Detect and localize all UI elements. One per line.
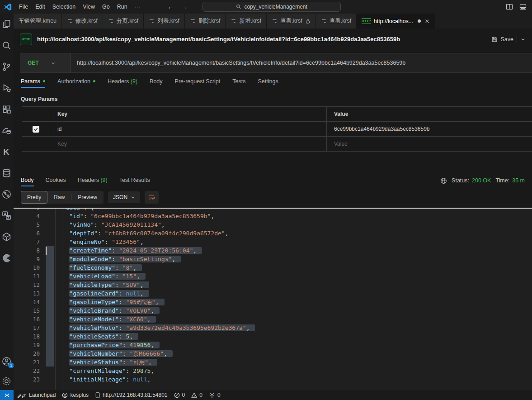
editor-tab-1[interactable]: 车辆管理.kmeu (14, 14, 62, 29)
split-editor-icon[interactable] (506, 3, 513, 10)
code-line-3[interactable]: 3 "data": { (14, 209, 532, 212)
source-control-icon[interactable] (2, 62, 12, 72)
tab-label: 查看.krsf (280, 17, 302, 25)
statusbar-ports-item[interactable]: 0 (206, 390, 224, 400)
format-dropdown[interactable]: JSON (108, 191, 140, 203)
code-line-17[interactable]: 17 "vehiclePhoto": "a9d33e72ed4c40a3b369… (14, 324, 532, 332)
account-icon[interactable]: 1 (2, 357, 12, 367)
response-tab-body[interactable]: Body (21, 172, 34, 189)
editor-tab-6[interactable]: 新增.krsf (226, 14, 267, 29)
kesplus-icon[interactable]: K (2, 147, 12, 157)
raw-button[interactable]: Raw (47, 191, 71, 204)
save-button[interactable]: Save (501, 36, 514, 43)
param-key-input[interactable]: id (57, 126, 61, 132)
code-line-20[interactable]: 20 "vehicleNumber": "京M66666", (14, 349, 532, 358)
editor-tab-9[interactable]: HTTPhttp://localhos... (357, 14, 435, 29)
editor-tab-2[interactable]: 修改.krsf (62, 14, 103, 29)
save-dropdown-chevron-icon[interactable] (520, 37, 526, 42)
response-tab-headers[interactable]: Headers (9) (78, 172, 108, 189)
request-tab-body[interactable]: Body (150, 74, 163, 90)
response-tab-cookies[interactable]: Cookies (46, 172, 66, 189)
param-key-placeholder-input[interactable]: Key (57, 141, 67, 147)
code-line-10[interactable]: 10 "fuelEconomy": "8", (14, 263, 532, 272)
response-body-editor[interactable]: 3 "data": {4 "id": "6ce99bbc1a464b929da3… (14, 209, 532, 390)
line-number: 6 (14, 229, 46, 238)
code-line-13[interactable]: 13 "gasolineCard": null, (14, 289, 532, 298)
statusbar-errors-item[interactable]: 0 (171, 390, 188, 400)
menu-item-selection[interactable]: Selection (49, 2, 79, 12)
code-line-14[interactable]: 14 "gasolineType": "95#汽油", (14, 298, 532, 306)
method-dropdown[interactable]: GET (20, 53, 71, 72)
code-line-8[interactable]: 8 "createTime": "2024-05-29T20:56:04", (14, 246, 532, 255)
url-input[interactable]: http://localhost:3000/api/kes/copy_vehic… (71, 53, 532, 72)
code-line-5[interactable]: 5 "vinNo": "JCA145692011134", (14, 220, 532, 229)
code-line-18[interactable]: 18 "vehicleSeats": 5, (14, 332, 532, 341)
code-line-4[interactable]: 4 "id": "6ce99bbc1a464b929da3aa5ec853659… (14, 212, 532, 220)
code-line-11[interactable]: 11 "vehicleLoad": "15", (14, 272, 532, 281)
package-icon[interactable] (2, 232, 12, 242)
response-tab-test-results[interactable]: Test Results (119, 172, 150, 189)
preview-button[interactable]: Preview (71, 191, 104, 204)
extensions-icon[interactable] (2, 105, 12, 114)
translate-icon[interactable] (2, 211, 12, 221)
statusbar-device-item[interactable]: http://192.168.43.81:54801 (92, 390, 170, 400)
git-graph-icon[interactable] (2, 190, 12, 200)
code-line-12[interactable]: 12 "vehicleType": "SUV", (14, 281, 532, 289)
code-line-21[interactable]: 21 "vehicleStatus": "可用", (14, 358, 532, 367)
code-line-15[interactable]: 15 "vehicleBrand": "VOLVO", (14, 306, 532, 315)
settings-gear-icon[interactable] (2, 376, 12, 386)
command-center-search[interactable]: copy_vehicleManagement (202, 2, 341, 12)
pie-chart-icon[interactable] (2, 253, 12, 263)
request-tab-settings[interactable]: Settings (258, 74, 278, 90)
layout-panel-icon[interactable] (519, 3, 527, 10)
request-title-url: http://localhost:3000/api/kes/copy_vehic… (37, 36, 486, 43)
request-tab-params[interactable]: Params (21, 74, 45, 90)
tab-label: 车辆管理.kmeu (19, 17, 56, 25)
code-lines: 3 "data": {4 "id": "6ce99bbc1a464b929da3… (14, 209, 532, 384)
code-line-16[interactable]: 16 "vehicleModel": "XC60", (14, 315, 532, 324)
close-icon[interactable] (424, 19, 430, 24)
request-tab-pre-request-script[interactable]: Pre-request Script (175, 74, 221, 90)
editor-tab-8[interactable]: 查看.krsf (316, 14, 357, 29)
statusbar-warnings-item[interactable]: 0 (188, 390, 206, 400)
param-value-placeholder-input[interactable]: Value (334, 141, 348, 147)
editor-tab-5[interactable]: 删除.krsf (185, 14, 226, 29)
statusbar-launchpad-item[interactable]: Launchpad (14, 390, 59, 400)
param-value-input[interactable]: 6ce99bbc1a464b929da3aa5ec853659b (334, 126, 430, 132)
dolphin-database-icon[interactable] (2, 126, 12, 136)
editor-tab-4[interactable]: 列表.krsf (144, 14, 185, 29)
line-number: 21 (14, 358, 46, 367)
editor-tab-3[interactable]: 分页.krsf (103, 14, 144, 29)
param-row-checkbox[interactable] (33, 126, 39, 133)
menu-item-go[interactable]: Go (99, 2, 113, 12)
code-line-22[interactable]: 22 "currentMileage": 29875, (14, 367, 532, 375)
line-number: 18 (14, 332, 46, 341)
code-line-6[interactable]: 6 "deptId": "cf6b8f69c0074ea09f4c290d9a6… (14, 229, 532, 238)
request-tab-authorization[interactable]: Authorization (57, 74, 95, 90)
editor-tab-7[interactable]: 查看.krsf (267, 14, 316, 29)
statusbar-account-item[interactable]: kesplus (59, 390, 92, 400)
status-label: Status: (452, 177, 469, 184)
menu-item-view[interactable]: View (79, 2, 99, 12)
pretty-button[interactable]: Pretty (21, 191, 47, 204)
nav-back-icon[interactable]: ← (167, 3, 174, 10)
search-icon[interactable] (2, 41, 12, 51)
explorer-icon[interactable] (2, 19, 12, 29)
database-icon[interactable] (2, 168, 12, 178)
request-tab-tests[interactable]: Tests (232, 74, 245, 90)
request-tab-headers[interactable]: Headers (9) (108, 74, 137, 90)
run-debug-icon[interactable] (2, 83, 12, 93)
column-header-value: Value (334, 111, 348, 117)
statusbar-label: 0 (217, 392, 221, 398)
menu-item-more[interactable]: ··· (131, 2, 144, 12)
remote-indicator[interactable] (0, 390, 14, 400)
menu-item-edit[interactable]: Edit (32, 2, 49, 12)
code-line-7[interactable]: 7 "engineNo": "123456", (14, 238, 532, 246)
word-wrap-button[interactable] (145, 191, 159, 204)
code-line-23[interactable]: 23 "initialMileage": null, (14, 375, 532, 384)
menu-item-run[interactable]: Run (113, 2, 131, 12)
nav-forward-icon[interactable]: → (181, 3, 187, 10)
code-line-19[interactable]: 19 "purchasePrice": 419856, (14, 341, 532, 349)
code-line-9[interactable]: 9 "moduleCode": "basicSettings", (14, 255, 532, 263)
menu-item-file[interactable]: File (15, 2, 32, 12)
